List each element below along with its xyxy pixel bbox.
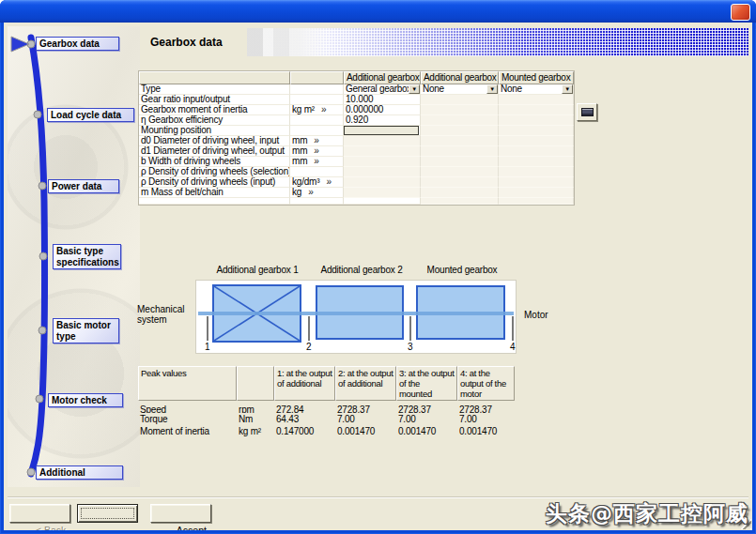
- chevron-down-icon[interactable]: ▼: [409, 84, 420, 94]
- open-dialog-button[interactable]: [577, 103, 597, 121]
- gearbox-row-unit: [290, 115, 344, 126]
- gearbox-value-cell: [344, 188, 421, 198]
- decorative-banner: [247, 28, 748, 56]
- peak-value-cell: 64.43: [274, 413, 335, 425]
- gearbox-type-dropdown[interactable]: General gearbox▼: [344, 84, 421, 95]
- peak-col-header: 2: at the output of additional: [335, 366, 396, 401]
- current-step-arrow-icon: [11, 37, 29, 52]
- gearbox-type-dropdown[interactable]: None▼: [421, 84, 499, 95]
- panel-icon: [581, 108, 594, 116]
- page-title: Gearbox data: [150, 36, 223, 49]
- sidebar-step-power-data[interactable]: Power data: [48, 179, 119, 193]
- gearbox-row-unit: [290, 167, 344, 177]
- dropdown-value: None: [421, 84, 486, 94]
- gearbox-table: Additional gearbox 1Additional gearbox 2…: [138, 70, 575, 206]
- peak-value-cell: 2728.37: [335, 401, 396, 413]
- sidebar-step-gearbox-data[interactable]: Gearbox data: [36, 37, 119, 51]
- gearbox-value-cell: [421, 167, 499, 177]
- gearbox-col-header: [139, 71, 290, 84]
- gearbox-filler-cell: [139, 198, 290, 205]
- peak-header-unit: [237, 366, 274, 401]
- back-button[interactable]: < Back: [9, 504, 70, 523]
- peak-row-label: Speed: [138, 401, 237, 413]
- gearbox-value-cell: [421, 136, 499, 146]
- step-node: [34, 111, 41, 118]
- peak-values-table: Peak values1: at the output of additiona…: [138, 366, 515, 437]
- unit-more-icon: »: [314, 157, 318, 166]
- gearbox-value-cell: [421, 105, 499, 115]
- sidebar-step-motor-check[interactable]: Motor check: [48, 393, 123, 407]
- close-button[interactable]: ✕: [731, 4, 750, 21]
- sidebar-step-basic-type-specifications[interactable]: Basic type specifications: [53, 244, 121, 269]
- sidebar-step-load-cycle-data[interactable]: Load cycle data: [47, 108, 134, 122]
- peak-row-unit: kg m²: [237, 425, 274, 437]
- gearbox-value-cell[interactable]: 10.000: [344, 95, 421, 105]
- gearbox-value-cell[interactable]: 0.000000: [344, 105, 421, 115]
- unit-more-icon: »: [314, 136, 318, 145]
- step-node: [27, 468, 35, 476]
- back-label: <: [36, 525, 44, 530]
- step-node: [39, 182, 46, 190]
- gearbox-value-cell: [499, 105, 574, 115]
- unit-text: kg/dm³: [292, 177, 319, 187]
- accept-button[interactable]: Accept: [150, 504, 211, 523]
- dialog-content: Gearbox data Load cycle data Power data …: [4, 23, 752, 530]
- gearbox-value-cell: [499, 157, 574, 167]
- peak-row-unit: Nm: [237, 413, 274, 425]
- dropdown-value: None: [499, 84, 562, 94]
- peak-col-header: 4: at the output of the motor: [457, 366, 515, 401]
- gearbox-col-header: [290, 71, 344, 84]
- mounting-position-input[interactable]: [344, 126, 419, 135]
- drivetrain-diagram: 1 2 3 4: [195, 280, 517, 354]
- step-node: [36, 395, 43, 403]
- gearbox-row-unit: [290, 95, 344, 105]
- gearbox-value-cell: [499, 126, 574, 136]
- peak-value-cell: 2728.37: [396, 401, 457, 413]
- gearbox-value-cell: [499, 95, 574, 105]
- gearbox-row-unit: [290, 126, 344, 136]
- chevron-down-icon[interactable]: ▼: [486, 84, 498, 94]
- gearbox-row-label: Mounting position: [139, 126, 290, 136]
- unit-more-icon: »: [314, 146, 318, 156]
- gearbox-row-unit: mm»: [290, 136, 344, 146]
- gearbox-row-label: Gear ratio input/output: [139, 95, 290, 105]
- gearbox-value-cell: [344, 146, 421, 157]
- next-button[interactable]: Next >: [77, 504, 138, 523]
- gearbox-value-cell: [421, 115, 499, 126]
- shaft-tick-4: [512, 316, 514, 341]
- gearbox-type-dropdown[interactable]: None▼: [499, 84, 574, 95]
- window-frame: Motor wizard 1FT/1FK Step 1 ✕ Gea: [0, 0, 756, 534]
- diagram-label-additional-gearbox-2: Additional gearbox 2: [307, 265, 416, 275]
- shaft-line: [198, 312, 514, 315]
- peak-value-cell: 272.84: [274, 401, 335, 413]
- sidebar-step-additional-version[interactable]: Additional version: [36, 465, 123, 480]
- tick-number-2: 2: [306, 342, 312, 352]
- mechanical-system-label: Mechanical system: [137, 304, 192, 325]
- peak-row-label: Moment of inertia: [138, 425, 237, 437]
- titlebar[interactable]: Motor wizard 1FT/1FK Step 1 ✕: [0, 0, 756, 23]
- gearbox-row-label: m Mass of belt/chain: [139, 188, 290, 198]
- gearbox-row-unit: [290, 84, 344, 95]
- step-node: [39, 252, 47, 260]
- unit-more-icon: »: [321, 105, 326, 114]
- accept-label: Accept: [177, 525, 207, 530]
- gearbox-col-header: Additional gearbox 2: [421, 71, 499, 84]
- gearbox-row-label: ρ Density of driving wheels (input): [139, 177, 290, 188]
- shaft-tick-2: [308, 316, 310, 341]
- peak-col-header: 1: at the output of additional: [274, 366, 335, 401]
- gearbox-value-cell: [499, 146, 574, 157]
- chevron-down-icon[interactable]: ▼: [562, 84, 573, 94]
- diagram-label-mounted-gearbox: Mounted gearbox: [408, 265, 517, 275]
- gearbox-row-unit: kg/dm³»: [290, 177, 344, 188]
- gearbox-row-label: b Width of driving wheels: [139, 157, 290, 167]
- peak-header-title: Peak values: [138, 366, 237, 401]
- peak-value-cell: 0.001470: [396, 425, 457, 437]
- focus-rect: [81, 508, 134, 519]
- peak-row-label: Torque: [138, 413, 237, 425]
- tick-number-1: 1: [205, 342, 210, 352]
- peak-value-cell: 7.00: [335, 413, 396, 425]
- sidebar-step-basic-motor-type[interactable]: Basic motor type: [53, 318, 119, 343]
- unit-more-icon: »: [326, 177, 331, 187]
- gearbox-value-cell[interactable]: 0.920: [344, 115, 421, 126]
- gearbox-row-unit: mm»: [290, 146, 344, 157]
